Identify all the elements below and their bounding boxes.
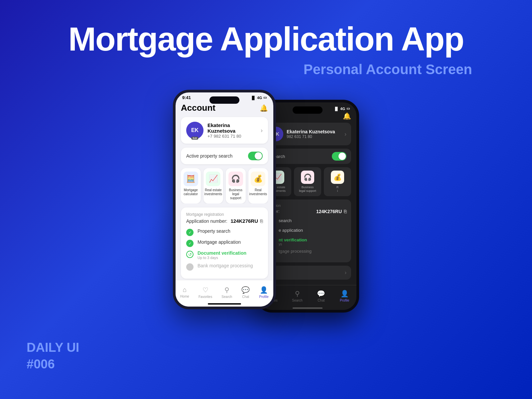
investments-icon-box: 💰	[251, 172, 265, 186]
dark-docs-row[interactable]: ›	[264, 266, 351, 280]
battery-icon: ▭	[263, 95, 267, 100]
real-estate-icon-box: 📈	[206, 172, 220, 186]
services-row: 🧮 Mortgagecalculator 📈 Real estateinvest…	[181, 168, 268, 203]
phones-container: 9:41 ▐▌ 4G ▭ Account 🔔 EK Edit Ekaterina	[173, 90, 359, 313]
step-pending-icon	[186, 263, 194, 271]
dark-chat-label: Chat	[318, 299, 325, 302]
dark-mortgage-section: stration mber: 124K276RU ⎘ ✓ search ✓ e …	[264, 200, 351, 262]
step-done-icon-2: ✓	[186, 240, 194, 247]
dark-step-3: ↺ nt verification ys	[269, 237, 346, 246]
nav-profile-label: Profile	[259, 295, 268, 299]
service-investments[interactable]: 💰 Realinvestments	[248, 168, 268, 203]
dark-nav-profile[interactable]: 👤 Profile	[340, 290, 349, 302]
legal-icon-box: 🎧	[228, 172, 243, 186]
dark-step-1-label: search	[279, 218, 292, 223]
favorites-icon: ♡	[202, 286, 208, 294]
active-search-toggle[interactable]	[248, 152, 263, 160]
dark-user-phone: 982 631 71 80	[287, 134, 341, 139]
dark-copy-icon[interactable]: ⎘	[344, 209, 346, 214]
dark-step-2: ✓ e application	[269, 228, 346, 235]
dark-profile-icon: 👤	[340, 290, 349, 298]
profile-icon: 👤	[260, 286, 268, 294]
dark-app-val: 124K276RU ⎘	[316, 209, 346, 214]
active-search-toggle-row: Active property search	[181, 148, 268, 164]
dark-services-row: 📈 Real estateinvestments 🎧 Businesslegal…	[264, 167, 351, 196]
step-property-search: ✓ Property search	[186, 228, 263, 236]
dark-user-chevron[interactable]: ›	[344, 131, 346, 138]
home-icon: ⌂	[183, 286, 187, 294]
service-real-estate[interactable]: 📈 Real estateinvestments	[203, 168, 223, 203]
dark-invest-icon: 💰	[331, 171, 344, 184]
toggle-knob	[255, 152, 262, 160]
dynamic-island-dark	[293, 106, 323, 114]
status-time-light: 9:41	[182, 95, 191, 100]
dark-docs-chevron[interactable]: ›	[345, 270, 346, 276]
dark-nav-chat[interactable]: 💬 Chat	[317, 290, 325, 302]
dark-user-card[interactable]: EK Ekaterina Kuznetsova 982 631 71 80 ›	[264, 123, 351, 145]
account-title: Account	[181, 103, 215, 113]
nav-search-label: Search	[221, 295, 232, 299]
mortgage-calc-label: Mortgagecalculator	[184, 188, 198, 196]
user-card[interactable]: EK Edit Ekaterina Kuznetsova +7 982 631 …	[181, 117, 268, 144]
nav-favorites-label: Favorites	[199, 295, 212, 299]
mortgage-section-label: Mortgage registration	[186, 212, 263, 217]
dark-step-4-label: tgage processing	[279, 249, 312, 254]
mortgage-section: Mortgage registration Application number…	[181, 207, 268, 279]
user-info: Ekaterina Kuznetsova +7 982 631 71 80	[207, 122, 257, 139]
service-legal[interactable]: 🎧 Businesslegal support	[226, 168, 246, 203]
dark-service-legal[interactable]: 🎧 Businesslegal support	[294, 167, 321, 196]
dark-toggle[interactable]	[332, 152, 346, 161]
avatar: EK Edit	[186, 122, 203, 139]
avatar-initials: EK	[191, 127, 199, 133]
signal-icon: ▐▌	[251, 96, 256, 100]
legal-label: Businesslegal support	[228, 188, 243, 200]
nav-search[interactable]: ⚲ Search	[221, 286, 232, 299]
step-doc-verify-sub: Up to 3 days	[198, 256, 246, 260]
step-doc-verify: ↺ Document verification Up to 3 days	[186, 250, 263, 260]
step-active-icon: ↺	[186, 251, 194, 258]
page-title: Mortgage Application App	[0, 20, 532, 58]
status-icons-dark: ▐▌ 4G ▭	[334, 106, 350, 111]
network-label-dark: 4G	[340, 107, 345, 111]
dark-chat-icon: 💬	[317, 290, 325, 298]
nav-favorites[interactable]: ♡ Favorites	[199, 286, 212, 299]
step-bank-processing-label: Bank mortgage processing	[198, 263, 253, 268]
dark-service-invest[interactable]: 💰 Ri	[324, 167, 351, 196]
service-mortgage-calc[interactable]: 🧮 Mortgagecalculator	[181, 168, 201, 203]
search-icon: ⚲	[224, 286, 229, 294]
app-number-value: 124K276RU ⎘	[230, 218, 263, 224]
battery-icon-dark: ▭	[346, 106, 350, 111]
step-mortgage-app: ✓ Mortgage application	[186, 239, 263, 247]
home-indicator-dark	[293, 308, 323, 309]
step-done-icon: ✓	[186, 229, 194, 236]
copy-icon[interactable]: ⎘	[260, 218, 263, 224]
dark-step-3-info: nt verification ys	[279, 237, 307, 246]
dark-toggle-knob	[338, 153, 346, 160]
page-subtitle: Personal Account Screen	[304, 62, 472, 77]
account-header: Account 🔔	[181, 103, 268, 113]
avatar-edit-label: Edit	[191, 137, 198, 140]
nav-profile[interactable]: 👤 Profile	[259, 286, 268, 299]
chat-icon: 💬	[241, 286, 250, 294]
nav-home[interactable]: ⌂ Home	[180, 286, 189, 298]
dark-app-row: mber: 124K276RU ⎘	[269, 209, 346, 214]
dark-mortgage-label: stration	[269, 203, 346, 207]
step-property-search-label: Property search	[198, 228, 230, 234]
dark-step-4: tgage processing	[269, 249, 346, 256]
user-card-chevron[interactable]: ›	[261, 127, 263, 134]
light-phone-content: Account 🔔 EK Edit Ekaterina Kuznetsova +…	[176, 100, 273, 281]
dark-nav-search[interactable]: ⚲ Search	[292, 290, 303, 302]
step-doc-verify-info: Document verification Up to 3 days	[198, 250, 246, 260]
active-search-label: Active property search	[186, 153, 232, 159]
step-mortgage-app-label: Mortgage application	[198, 239, 241, 245]
dark-search-label: Search	[292, 299, 303, 302]
nav-chat[interactable]: 💬 Chat	[241, 286, 250, 299]
dark-profile-label: Profile	[340, 299, 349, 302]
nav-chat-label: Chat	[242, 295, 249, 299]
dark-user-name: Ekaterina Kuznetsova	[287, 129, 341, 134]
bell-icon[interactable]: 🔔	[260, 104, 268, 112]
user-name: Ekaterina Kuznetsova	[207, 122, 257, 134]
dark-invest-label: Ri	[336, 186, 339, 193]
dark-search-icon: ⚲	[295, 290, 300, 298]
nav-home-label: Home	[180, 295, 189, 298]
